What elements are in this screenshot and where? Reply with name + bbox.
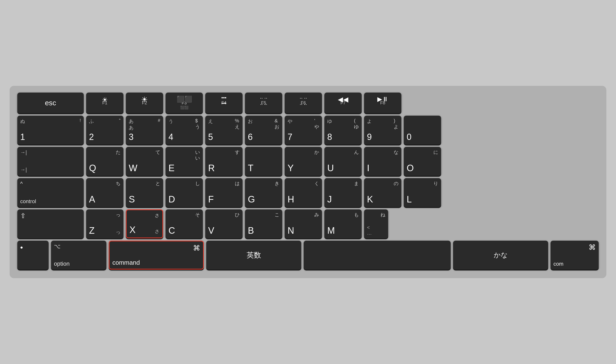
key-f2[interactable]: ☀ F2 xyxy=(126,92,163,113)
key-c[interactable]: そ C xyxy=(166,209,203,238)
key-u[interactable]: ん U xyxy=(324,147,362,176)
key-comma[interactable]: ね <… xyxy=(364,209,388,238)
key-n[interactable]: み N xyxy=(285,209,322,238)
key-4[interactable]: $う う 4 xyxy=(166,116,203,144)
key-tab[interactable]: →| →| xyxy=(17,147,84,176)
key-o[interactable]: に O xyxy=(404,147,441,176)
key-y[interactable]: か Y xyxy=(285,147,322,176)
bottom-key-row: • ⌥ option ⌘ command 英数 かな ⌘ c xyxy=(17,241,599,270)
key-g[interactable]: き G xyxy=(245,178,282,207)
key-option-left[interactable]: ⌥ option xyxy=(51,241,106,270)
key-eisu[interactable]: 英数 xyxy=(206,241,301,270)
key-x[interactable]: さ X さ xyxy=(126,209,163,238)
key-d[interactable]: し D xyxy=(166,178,203,207)
asdf-key-row: ^ control ち A と S し D は F き G く H ま J xyxy=(17,178,599,207)
key-control[interactable]: ^ control xyxy=(17,178,84,207)
key-esc[interactable]: esc xyxy=(17,92,84,113)
key-0[interactable]: 0 xyxy=(404,116,441,144)
key-k[interactable]: の K xyxy=(364,178,401,207)
keyboard: esc ☀ F1 ☀ F2 ⬛⬛⬛⬛ F3 ▪▪▪▪▪▪ F4 ·· ···· … xyxy=(10,86,606,278)
qwerty-key-row: →| →| た Q て W いい E す R T か Y ん U xyxy=(17,147,599,176)
key-f4[interactable]: ▪▪▪▪▪▪ F4 xyxy=(205,92,242,113)
key-q[interactable]: た Q xyxy=(86,147,123,176)
key-f5[interactable]: ·· ···· ·· F5 xyxy=(245,92,282,113)
key-z[interactable]: っ Z っ xyxy=(86,209,123,238)
key-shift-left[interactable]: ⇧ xyxy=(17,209,84,238)
key-h[interactable]: く H xyxy=(285,178,322,207)
key-l[interactable]: り L xyxy=(404,178,441,207)
zxcv-key-row: ⇧ っ Z っ さ X さ そ C ひ V こ B み N も xyxy=(17,209,599,238)
key-1[interactable]: ! ぬ 1 xyxy=(17,116,84,144)
key-f8[interactable]: ▶⏸ F8 xyxy=(364,92,401,113)
key-v[interactable]: ひ V xyxy=(205,209,242,238)
number-key-row: ! ぬ 1 " ふ 2 # ああ 3 $う う 4 %え え 5 &お お 6 xyxy=(17,116,599,144)
key-fn[interactable]: • xyxy=(17,241,49,270)
key-f6[interactable]: ·· ···· ·· F6 xyxy=(285,92,322,113)
key-command-right[interactable]: ⌘ com xyxy=(550,241,599,270)
key-e[interactable]: いい E xyxy=(166,147,203,176)
key-i[interactable]: な I xyxy=(364,147,401,176)
key-r[interactable]: す R xyxy=(205,147,242,176)
key-f[interactable]: は F xyxy=(205,178,242,207)
key-a[interactable]: ち A xyxy=(86,178,123,207)
key-b[interactable]: こ B xyxy=(245,209,282,238)
key-3[interactable]: # ああ 3 xyxy=(126,116,163,144)
key-t[interactable]: T xyxy=(245,147,282,176)
key-j[interactable]: ま J xyxy=(324,178,362,207)
key-f3[interactable]: ⬛⬛⬛⬛ F3 xyxy=(166,92,203,113)
key-8[interactable]: (ゆ ゆ 8 xyxy=(324,116,362,144)
key-7[interactable]: 'や や 7 xyxy=(285,116,322,144)
fn-key-row: esc ☀ F1 ☀ F2 ⬛⬛⬛⬛ F3 ▪▪▪▪▪▪ F4 ·· ···· … xyxy=(17,92,599,113)
key-5[interactable]: %え え 5 xyxy=(205,116,242,144)
key-space[interactable] xyxy=(304,241,451,270)
key-s[interactable]: と S xyxy=(126,178,163,207)
key-9[interactable]: )よ よ 9 xyxy=(364,116,401,144)
key-6[interactable]: &お お 6 xyxy=(245,116,282,144)
key-f1[interactable]: ☀ F1 xyxy=(86,92,123,113)
key-f7[interactable]: ◀◀ F7 xyxy=(324,92,362,113)
key-m[interactable]: も M xyxy=(324,209,362,238)
key-w[interactable]: て W xyxy=(126,147,163,176)
key-2[interactable]: " ふ 2 xyxy=(86,116,123,144)
key-command-left[interactable]: ⌘ command xyxy=(109,241,204,270)
key-kana[interactable]: かな xyxy=(453,241,548,270)
